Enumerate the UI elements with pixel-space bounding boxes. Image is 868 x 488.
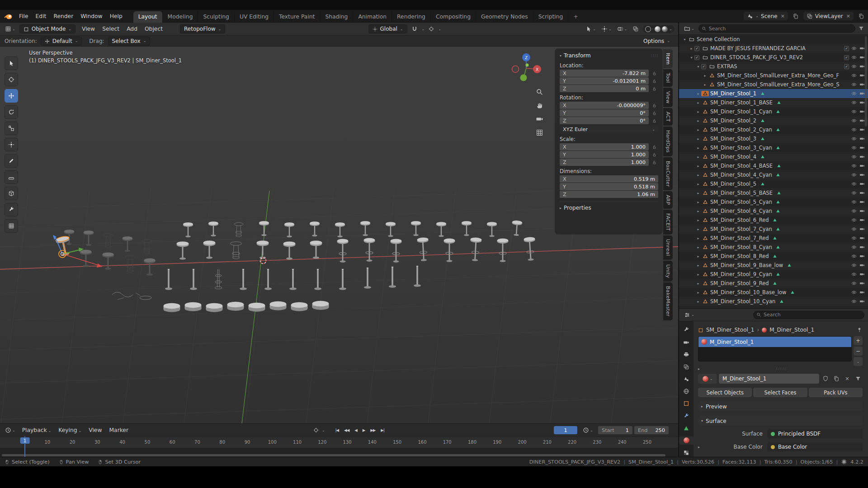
close-icon[interactable]: × [846, 13, 850, 19]
pan-hand-icon[interactable] [536, 102, 543, 109]
eye-icon[interactable] [850, 136, 858, 141]
new-scene-button[interactable] [793, 13, 799, 19]
eye-icon[interactable] [850, 73, 858, 78]
lock-icon[interactable] [651, 103, 658, 108]
select-objects-button[interactable]: Select Objects [698, 388, 752, 397]
gizmo-x-label[interactable]: X [536, 67, 538, 72]
scale-z-field[interactable]: Z1.000 [560, 159, 649, 166]
camera-icon[interactable] [858, 244, 866, 250]
outliner-row[interactable]: ▸✓MADE BY JESUS FERNANDEZ GARCIA✓ [679, 44, 868, 53]
viewport-menu-select[interactable]: Select [99, 24, 123, 33]
scale-x-field[interactable]: X1.000 [560, 143, 649, 150]
expand-caret[interactable]: ▸ [695, 155, 701, 159]
eye-icon[interactable] [850, 226, 858, 232]
camera-icon[interactable] [858, 181, 866, 187]
lock-icon[interactable] [651, 79, 658, 84]
npanel-tab-faceit[interactable]: FACEIT [663, 210, 673, 235]
lock-icon[interactable] [651, 160, 658, 165]
expand-caret[interactable]: ▸ [695, 110, 701, 114]
frame-start-field[interactable]: Start 1 [598, 426, 632, 434]
surface-panel-header[interactable]: ▾ Surface [698, 416, 863, 426]
workspace-tab-geometry-nodes[interactable]: Geometry Nodes [476, 11, 533, 23]
breadcrumb-object[interactable]: SM_Diner_Stool_1 [706, 327, 754, 333]
expand-caret[interactable]: ▸ [695, 92, 701, 96]
browse-material-button[interactable]: ⌄ [698, 374, 717, 384]
rotation-mode-dropdown[interactable]: XYZ Euler ⌄ [560, 126, 658, 133]
outliner-row[interactable]: ▸SM_Diner_Stool_6_Red [679, 216, 868, 225]
outliner-row[interactable]: ▸SM_Diner_Stool_2 [679, 116, 868, 125]
expand-caret[interactable]: ▸ [695, 164, 701, 168]
workspace-tab-scripting[interactable]: Scripting [533, 11, 568, 23]
rotation-y-field[interactable]: Y0° [560, 109, 649, 117]
expand-caret[interactable]: ▸ [695, 173, 701, 177]
npanel-tab-view[interactable]: View [663, 88, 673, 107]
outliner-row[interactable]: ▸SM_Diner_Stool_8_Cyan [679, 243, 868, 252]
outliner-row[interactable]: ▾Scene Collection [679, 35, 868, 44]
exclude-checkbox[interactable]: ✓ [694, 46, 699, 51]
eye-icon[interactable] [850, 199, 858, 205]
transform-panel-header[interactable]: ▾ Transform :::: [560, 52, 658, 61]
select-faces-button[interactable]: Select Faces [753, 388, 807, 397]
workspace-tab-texture-paint[interactable]: Texture Paint [274, 11, 320, 23]
outliner-row[interactable]: ▸SM_Diner_Stool_9_Base_low [679, 261, 868, 270]
lock-icon[interactable] [651, 145, 658, 150]
eye-icon[interactable] [850, 190, 858, 196]
eye-icon[interactable] [850, 55, 858, 60]
timeline-menu-keying[interactable]: Keying⌄ [55, 426, 85, 435]
proportional-options-caret[interactable]: ⌄ [438, 27, 441, 31]
expand-caret[interactable]: ▸ [695, 182, 701, 186]
eye-icon[interactable] [850, 100, 858, 105]
npanel-tab-item[interactable]: Item [663, 49, 673, 68]
eye-icon[interactable] [850, 91, 858, 96]
retopoflow-dropdown[interactable]: RetopoFlow ⌄ [180, 24, 225, 33]
close-icon[interactable]: × [781, 13, 785, 19]
proportional-edit-toggle[interactable] [427, 25, 435, 33]
new-material-copy-icon[interactable] [832, 374, 841, 383]
expand-caret[interactable]: ▸ [695, 101, 701, 105]
properties-tab-render-tab[interactable] [680, 338, 693, 346]
current-frame-field[interactable]: 1 [554, 426, 577, 434]
outliner-row[interactable]: ▾✓DINER_STOOLS_PACK_JFG_V3_REV2✓ [679, 53, 868, 62]
snap-toggle[interactable] [410, 25, 419, 33]
workspace-tab-modeling[interactable]: Modeling [162, 11, 198, 23]
properties-search-input[interactable] [754, 312, 864, 318]
camera-icon[interactable] [858, 154, 866, 160]
timeline-menu-view[interactable]: View [85, 426, 105, 435]
collection-select-checkbox[interactable]: ✓ [844, 55, 849, 60]
shading-options-caret[interactable]: ⌄ [669, 27, 672, 31]
eye-icon[interactable] [850, 244, 858, 250]
expand-caret[interactable]: ▸ [695, 209, 701, 213]
viewport-menu-object[interactable]: Object [141, 24, 166, 33]
eye-icon[interactable] [850, 172, 858, 178]
properties-tab-modifiers-tab[interactable] [680, 412, 693, 420]
slot-specials-button[interactable]: ⌄ [854, 357, 863, 366]
remove-slot-button[interactable]: − [854, 347, 863, 356]
properties-tab-texture-tab[interactable] [680, 449, 693, 457]
camera-icon[interactable] [858, 253, 866, 259]
workspace-tab-animation[interactable]: Animation [353, 11, 392, 23]
properties-tab-view-layer-tab[interactable] [680, 363, 693, 371]
fake-user-shield-icon[interactable] [821, 374, 830, 383]
collection-select-checkbox[interactable]: ✓ [844, 46, 849, 51]
expand-caret[interactable]: ▸ [695, 227, 701, 231]
outliner-row[interactable]: ▸SM_Diner_Stool_3 [679, 134, 868, 143]
filter-icon[interactable] [854, 374, 863, 383]
outliner-row[interactable]: ▸SM_Diner_Stool_1 [679, 89, 868, 98]
outliner-scrollbar[interactable] [865, 36, 867, 127]
view-layer-selector[interactable]: ViewLayer × [803, 12, 854, 20]
workspace-tab-shading[interactable]: Shading [320, 11, 353, 23]
use-preview-range-toggle[interactable]: ⌄ [581, 426, 594, 434]
timeline-menu-playback[interactable]: Playback⌄ [19, 426, 55, 435]
expand-caret[interactable]: ▸ [695, 218, 701, 222]
menu-help[interactable]: Help [106, 12, 126, 21]
camera-icon[interactable] [858, 299, 866, 304]
outliner-row[interactable]: ▸SM_Diner_Stool_SmallLever_Extra_More_Ge… [679, 71, 868, 80]
editor-type-button[interactable]: ⌄ [4, 25, 17, 33]
measure-tool[interactable] [5, 170, 18, 184]
camera-icon[interactable] [858, 145, 866, 150]
timeline-scrollbar[interactable] [2, 454, 665, 456]
dimensions-x-field[interactable]: X0.519 m [560, 175, 658, 183]
orientation-setting-dropdown[interactable]: Default ⌄ [41, 37, 82, 46]
add-workspace-button[interactable]: + [568, 11, 583, 23]
collection-select-checkbox[interactable]: ✓ [844, 64, 849, 69]
